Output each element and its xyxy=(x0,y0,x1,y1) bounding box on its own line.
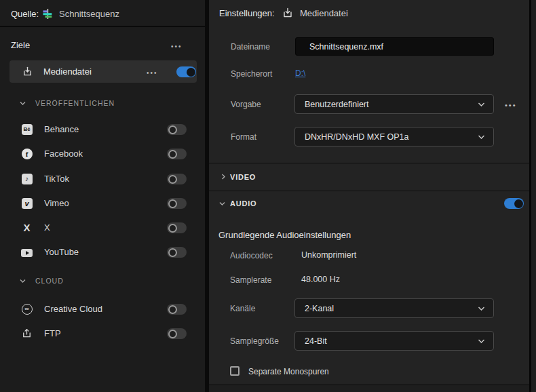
settings-target-name: Mediendatei xyxy=(300,8,348,18)
destination-vimeo[interactable]: v Vimeo xyxy=(0,191,205,215)
youtube-toggle[interactable] xyxy=(167,247,187,258)
samplesize-label: Samplegröße xyxy=(230,336,279,346)
tiktok-toggle[interactable] xyxy=(167,174,187,184)
download-icon xyxy=(282,7,294,19)
channels-select[interactable]: 2-Kanal xyxy=(294,298,494,318)
video-section-title: VIDEO xyxy=(230,173,256,181)
destinations-header: Ziele ••• xyxy=(0,36,205,55)
destination-label: X xyxy=(44,222,50,233)
tiktok-icon: ♪ xyxy=(22,174,33,184)
destination-tiktok[interactable]: ♪ TikTok xyxy=(0,166,205,191)
destination-youtube[interactable]: YouTube xyxy=(0,239,205,264)
facebook-toggle[interactable] xyxy=(167,149,187,159)
chevron-down-icon xyxy=(478,338,485,344)
chevron-down-icon xyxy=(478,134,485,140)
preset-label: Vorgabe xyxy=(231,100,261,109)
chevron-down-icon xyxy=(478,102,485,107)
channels-value: 2-Kanal xyxy=(305,304,334,313)
video-section-header[interactable]: VIDEO xyxy=(209,163,529,191)
destination-label: Facebook xyxy=(44,149,83,159)
format-label: Format xyxy=(231,132,256,142)
location-link[interactable]: D:\ xyxy=(295,68,305,78)
mono-tracks-checkbox[interactable] xyxy=(230,366,240,376)
destination-label: FTP xyxy=(44,328,61,338)
toggle-knob xyxy=(168,330,177,338)
destination-label: Mediendatei xyxy=(43,66,92,77)
audiocodec-label: Audiocodec xyxy=(230,251,273,260)
sequence-icon xyxy=(42,8,54,20)
chevron-down-icon xyxy=(19,100,26,107)
mono-tracks-label: Separate Monospuren xyxy=(248,367,329,376)
toggle-knob xyxy=(168,125,177,134)
toggle-knob xyxy=(187,68,195,77)
destination-more-icon[interactable]: ••• xyxy=(147,70,158,77)
x-icon: X xyxy=(22,222,33,233)
format-select[interactable]: DNxHR/DNxHD MXF OP1a xyxy=(294,127,494,146)
destination-ftp[interactable]: FTP xyxy=(0,321,205,345)
toggle-knob xyxy=(168,248,177,257)
mediendatei-toggle[interactable] xyxy=(176,66,196,77)
filename-input[interactable] xyxy=(295,37,494,56)
creative-cloud-toggle[interactable] xyxy=(167,304,187,315)
cloud-section-title: CLOUD xyxy=(35,277,64,285)
chevron-down-icon xyxy=(19,277,26,285)
settings-panel: Einstellungen: Mediendatei Dateiname Spe… xyxy=(209,0,529,392)
location-label: Speicherort xyxy=(231,69,272,79)
destination-mediendatei[interactable]: Mediendatei ••• xyxy=(9,60,197,83)
audiocodec-value: Unkomprimiert xyxy=(301,250,356,260)
destinations-title: Ziele xyxy=(11,40,30,50)
destination-label: Vimeo xyxy=(44,198,69,208)
preset-select[interactable]: Benutzerdefiniert xyxy=(294,94,494,114)
destination-label: YouTube xyxy=(44,247,79,257)
upload-icon xyxy=(21,328,33,339)
chevron-down-icon xyxy=(218,200,226,208)
destination-behance[interactable]: Bē Behance xyxy=(0,117,205,141)
download-icon xyxy=(22,66,33,77)
destination-x[interactable]: X X xyxy=(0,215,205,239)
samplesize-select[interactable]: 24-Bit xyxy=(294,331,494,351)
source-label: Quelle: xyxy=(11,9,39,19)
vimeo-toggle[interactable] xyxy=(167,198,187,209)
creative-cloud-icon: ∞ xyxy=(22,304,33,315)
behance-icon: Bē xyxy=(22,124,33,135)
toggle-knob xyxy=(168,224,177,233)
samplerate-label: Samplerate xyxy=(230,275,271,285)
x-toggle[interactable] xyxy=(167,222,187,233)
format-value: DNxHR/DNxHD MXF OP1a xyxy=(305,132,409,142)
destination-creative-cloud[interactable]: ∞ Creative Cloud xyxy=(0,296,205,321)
audio-heading: Grundlegende Audioeinstellungen xyxy=(218,230,351,240)
vimeo-icon: v xyxy=(22,198,33,209)
behance-toggle[interactable] xyxy=(167,124,187,135)
facebook-icon: f xyxy=(22,149,33,159)
chevron-right-icon xyxy=(220,173,227,180)
preset-more-icon[interactable]: ••• xyxy=(505,101,517,109)
ftp-toggle[interactable] xyxy=(167,328,187,339)
youtube-icon xyxy=(21,249,33,257)
filename-label: Dateiname xyxy=(231,42,270,52)
destination-label: Behance xyxy=(44,124,79,134)
audio-toggle[interactable] xyxy=(504,198,524,209)
destinations-more-icon[interactable]: ••• xyxy=(171,43,183,50)
audio-section-title: AUDIO xyxy=(230,199,256,208)
source-name: Schnittsequenz xyxy=(59,9,119,19)
destination-label: TikTok xyxy=(44,174,69,184)
cloud-section-header[interactable]: CLOUD xyxy=(0,275,205,287)
channels-label: Kanäle xyxy=(230,304,255,313)
toggle-knob xyxy=(168,175,177,184)
destination-facebook[interactable]: f Facebook xyxy=(0,141,205,165)
samplerate-value: 48.000 Hz xyxy=(301,275,340,284)
destination-label: Creative Cloud xyxy=(44,304,102,314)
bottom-divider xyxy=(209,385,529,392)
settings-title: Einstellungen: xyxy=(219,8,275,18)
audio-section-header[interactable]: AUDIO xyxy=(209,191,529,216)
right-edge-panel xyxy=(531,0,536,392)
destinations-sidebar: Quelle: Schnittsequenz Ziele ••• Mediend… xyxy=(0,0,205,392)
toggle-knob xyxy=(168,305,177,314)
publish-section-title: VERÖFFENTLICHEN xyxy=(35,99,115,107)
source-bar: Quelle: Schnittsequenz xyxy=(0,0,205,27)
toggle-knob xyxy=(514,199,523,208)
chevron-down-icon xyxy=(478,306,485,311)
publish-section-header[interactable]: VERÖFFENTLICHEN xyxy=(0,97,205,109)
toggle-knob xyxy=(168,150,177,159)
samplesize-value: 24-Bit xyxy=(305,336,327,346)
